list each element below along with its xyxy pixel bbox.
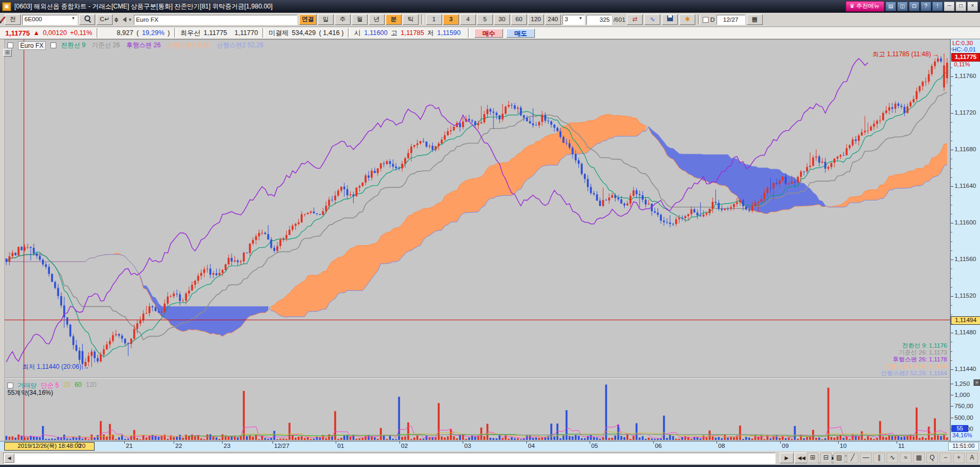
interval-button-5[interactable]: 5 xyxy=(477,14,493,25)
low-label: 저 xyxy=(428,29,434,38)
gear-icon: ✱ xyxy=(685,16,690,22)
period-button-년[interactable]: 년 xyxy=(369,14,385,25)
indicator-checkbox[interactable] xyxy=(50,42,56,48)
interval-button-4[interactable]: 4 xyxy=(460,14,476,25)
popup-icon[interactable]: ⊡ xyxy=(909,2,919,11)
time-label: 01 xyxy=(337,443,344,449)
zoom-in-icon[interactable]: + xyxy=(953,453,965,463)
price-tick xyxy=(951,333,953,333)
wave-tool-icon[interactable]: ∿ xyxy=(887,453,898,463)
scrollbar-left-arrow[interactable]: ◀ xyxy=(4,454,14,463)
volume-ma-label: 60 xyxy=(74,381,81,390)
maximize-button[interactable]: □ xyxy=(956,2,966,11)
interval-button-30[interactable]: 30 xyxy=(494,14,510,25)
alert-icon[interactable]: ! xyxy=(932,2,943,11)
change-arrow-icon: ▲ xyxy=(33,29,39,37)
time-label: 08 xyxy=(718,443,725,449)
time-label: 22 xyxy=(175,443,182,449)
interval-select[interactable]: 3▼ xyxy=(563,15,585,25)
d-checkbox-label: D xyxy=(710,16,714,23)
period-button-연결[interactable]: 연결 xyxy=(299,14,317,25)
volume-percent: 19,29% xyxy=(142,29,164,37)
chevron-down-icon[interactable]: ▼ xyxy=(128,18,132,22)
floppy-disk-icon xyxy=(667,15,673,21)
horizontal-line-icon[interactable]: ― xyxy=(860,453,872,463)
date-input[interactable] xyxy=(717,15,745,25)
open-interest-change: ( 1,416 ) xyxy=(319,29,344,37)
zoom-out-icon[interactable]: − xyxy=(940,453,951,463)
interval-button-240[interactable]: 240 xyxy=(545,14,561,25)
crown-icon: ♛ xyxy=(849,3,855,10)
grid-toggle-icon[interactable]: ⊞ xyxy=(3,49,12,57)
bar-position-input[interactable] xyxy=(586,15,612,25)
zoom-tool-icon[interactable]: Q xyxy=(926,453,938,463)
price-axis[interactable]: LC:0,30 HC:-0,01 1,11775 0,11% 1,11494 1… xyxy=(950,39,980,441)
trendline-icon[interactable]: ╱ xyxy=(847,453,858,463)
channel-icon[interactable]: ∥ xyxy=(873,453,885,463)
price-tick-label: 1,11760 xyxy=(955,73,976,79)
sound-alert-icon[interactable] xyxy=(120,17,126,22)
chevron-down-icon: ▼ xyxy=(71,16,75,24)
window-title: [0603] 해외선옵 종합차트 - 거래소[CME] 상품구분[통화] 잔존만… xyxy=(14,2,272,11)
current-price-button[interactable]: C↵ xyxy=(97,14,113,25)
chart-canvas[interactable] xyxy=(4,39,950,441)
last-price: 1,11775 xyxy=(5,29,30,37)
pattern-tool-icon[interactable]: ≈ xyxy=(900,453,911,463)
close-button[interactable]: × xyxy=(967,2,978,11)
price-tick xyxy=(951,150,953,150)
interval-button-3[interactable]: 3 xyxy=(443,14,459,25)
session-low-annotation: 최저 1,11440 (20:06) → xyxy=(22,362,90,371)
volume-checkbox[interactable] xyxy=(7,383,13,388)
settings-button[interactable]: ✱ xyxy=(679,14,695,25)
volume-pane-close-icon[interactable]: × xyxy=(974,379,980,386)
minimize-button[interactable]: ─ xyxy=(944,2,955,11)
volume-tick-label: 1,250 xyxy=(955,380,970,387)
price-tick xyxy=(951,223,953,223)
symbol-checkbox[interactable] xyxy=(7,42,13,48)
compare-button[interactable]: ⇄ xyxy=(627,14,643,25)
symbol-code-combobox[interactable]: 6E000▼ xyxy=(22,15,78,25)
chart-image-icon[interactable]: ▦ xyxy=(913,453,925,463)
volume-ma-label: 120 xyxy=(86,381,97,390)
period-button-분[interactable]: 분 xyxy=(386,14,402,25)
period-button-틱[interactable]: 틱 xyxy=(403,14,419,25)
window-add-icon[interactable]: ⊞ xyxy=(807,453,819,463)
period-button-주[interactable]: 주 xyxy=(335,14,351,25)
price-tick xyxy=(951,113,953,114)
drawing-tools: ⊞⊟▨╱―∥∿≈▦Q−+A xyxy=(807,453,978,463)
best-quote-label: 최우선 xyxy=(181,29,201,38)
calendar-button[interactable]: ▦ xyxy=(747,14,763,25)
sell-button[interactable]: 매도 xyxy=(506,29,535,38)
time-label: 11 xyxy=(898,443,905,449)
best-ask: 1,11770 xyxy=(234,29,258,37)
readout-line: 선행스팬2 52,26: 1,1164 xyxy=(881,370,947,377)
play-icon[interactable]: ▶ xyxy=(780,453,794,463)
interval-button-60[interactable]: 60 xyxy=(511,14,527,25)
symbol-name-input[interactable] xyxy=(134,15,297,25)
symbol-search-button[interactable] xyxy=(79,14,95,25)
interval-button-120[interactable]: 120 xyxy=(528,14,544,25)
d-checkbox[interactable] xyxy=(703,17,709,23)
save-chart-button[interactable] xyxy=(662,14,678,25)
chart-window-icon[interactable]: ▤ xyxy=(885,2,896,11)
region-select-icon[interactable]: ▨ xyxy=(833,453,845,463)
recommend-menu-button[interactable]: ♛추천메뉴 xyxy=(846,1,884,12)
help-icon[interactable]: ? xyxy=(921,2,931,11)
period-button-월[interactable]: 월 xyxy=(352,14,368,25)
legend-item: 기준선 26 xyxy=(92,41,120,50)
period-button-일[interactable]: 일 xyxy=(318,14,334,25)
chevron-down-icon: ▼ xyxy=(578,16,583,24)
split-window-icon[interactable]: ◫ xyxy=(897,2,908,11)
chart-symbol-label: Euro FX xyxy=(18,41,46,50)
interval-button-1[interactable]: 1 xyxy=(426,14,442,25)
jeon-button[interactable]: 전 xyxy=(5,14,21,25)
hline-price-box: 1,11494 xyxy=(951,316,980,325)
chart-edit-button[interactable]: ∿ xyxy=(644,14,660,25)
buy-button[interactable]: 매수 xyxy=(474,29,503,38)
text-tool-icon[interactable]: A xyxy=(966,453,978,463)
scrollbar-track[interactable] xyxy=(3,453,776,464)
window-cascade-icon[interactable]: ⊟ xyxy=(820,453,832,463)
spinner-control[interactable] xyxy=(114,18,118,22)
time-axis[interactable]: 2019/12/26(목) 18:48:00 2021222312/270102… xyxy=(0,441,980,451)
volume-tick-label: 500,00 xyxy=(955,414,973,421)
